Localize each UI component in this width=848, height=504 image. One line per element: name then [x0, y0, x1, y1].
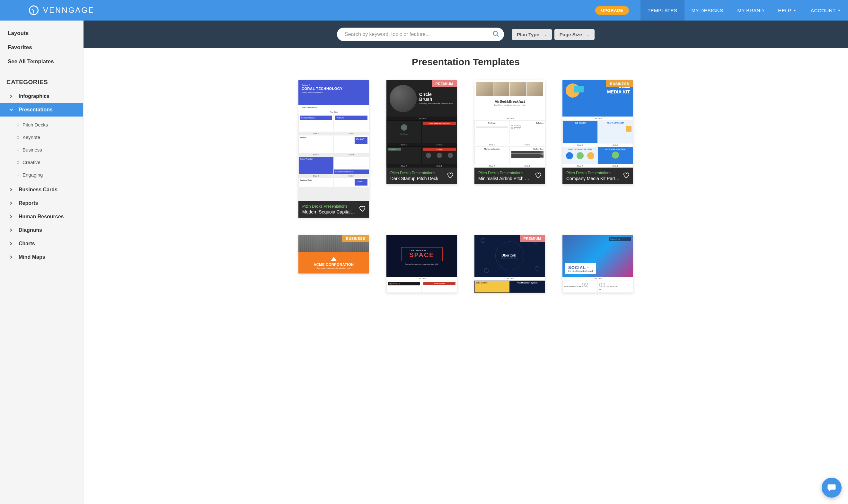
- main-nav: TEMPLATES MY DESIGNS MY BRAND HELP▼ ACCO…: [640, 0, 848, 20]
- chevron-right-icon: [8, 202, 15, 205]
- brand-logo[interactable]: VENNGAGE: [29, 5, 94, 15]
- category-business-cards[interactable]: Business Cards: [0, 183, 83, 196]
- sidebar-layouts[interactable]: Layouts: [0, 26, 83, 40]
- subcat-pitch-decks[interactable]: Pitch Decks: [0, 119, 83, 131]
- heart-icon: [623, 172, 630, 179]
- card-category: Pitch Decks Presentations: [390, 171, 453, 175]
- chevron-down-icon: ⌄: [586, 32, 589, 37]
- svg-point-0: [493, 31, 498, 35]
- heart-icon: [535, 172, 542, 179]
- chevron-right-icon: [8, 255, 15, 259]
- category-charts[interactable]: Charts: [0, 237, 83, 250]
- card-meta: Pitch Decks Presentations Company Media …: [562, 167, 633, 184]
- template-card[interactable]: BUSINESS VENNGAGE2022MEDIA KIT Title Sli…: [562, 80, 633, 184]
- template-thumbnail: VENNGAGE2022MEDIA KIT Title Slide OUR MI…: [562, 80, 633, 167]
- chevron-down-icon: [8, 108, 15, 111]
- chevron-right-icon: [8, 242, 15, 245]
- bullet-icon: [17, 161, 19, 164]
- premium-badge: PREMIUM: [432, 80, 457, 87]
- template-card[interactable]: Zuckerberg's Law SOCIAL -the most Import…: [562, 235, 633, 293]
- template-thumbnail: AirBed&BreakfastBook Rooms with Locals, …: [474, 80, 545, 167]
- upgrade-button[interactable]: UPGRADE: [595, 6, 629, 15]
- template-card[interactable]: THE DREAMSPACESuccessfully serving our o…: [386, 235, 457, 293]
- category-infographics[interactable]: Infographics: [0, 90, 83, 103]
- card-category: Pitch Decks Presentations: [478, 171, 541, 175]
- card-title: Company Media Kit Partner...: [566, 176, 629, 181]
- card-title: Modern Sequoia Capital Pit...: [302, 209, 365, 214]
- card-meta: Pitch Decks Presentations Minimalist Air…: [474, 167, 545, 184]
- category-human-resources[interactable]: Human Resources: [0, 210, 83, 223]
- favorite-button[interactable]: [447, 172, 454, 180]
- chevron-right-icon: [8, 188, 15, 191]
- template-grid: Welcome ToCORAL TECHNOLOGYDriving Digita…: [84, 80, 848, 306]
- nav-help[interactable]: HELP▼: [771, 0, 804, 20]
- app-header: VENNGAGE UPGRADE TEMPLATES MY DESIGNS MY…: [0, 0, 848, 20]
- card-category: Pitch Decks Presentations: [566, 171, 629, 175]
- business-badge: BUSINESS: [606, 80, 633, 87]
- nav-templates[interactable]: TEMPLATES: [640, 0, 685, 20]
- brand-name: VENNGAGE: [43, 6, 94, 15]
- filter-page-size[interactable]: Page Size⌄: [554, 29, 595, 40]
- favorite-button[interactable]: [623, 172, 630, 180]
- search-icon: [492, 31, 499, 38]
- filter-plan-type[interactable]: Plan Type⌄: [512, 29, 552, 40]
- chevron-right-icon: [8, 95, 15, 98]
- chat-widget-button[interactable]: [822, 478, 842, 498]
- category-mind-maps[interactable]: Mind Maps: [0, 250, 83, 264]
- template-thumbnail: Welcome ToCORAL TECHNOLOGYDriving Digita…: [298, 80, 369, 201]
- template-card[interactable]: AirBed&BreakfastBook Rooms with Locals, …: [474, 80, 545, 184]
- nav-account[interactable]: ACCOUNT▼: [804, 0, 848, 20]
- caret-down-icon: ▼: [793, 9, 797, 12]
- card-title: Dark Startup Pitch Deck: [390, 176, 453, 181]
- svg-line-1: [497, 35, 499, 37]
- card-meta: Pitch Decks Presentations Dark Startup P…: [386, 167, 457, 184]
- bullet-icon: [17, 149, 19, 151]
- chevron-right-icon: [8, 229, 15, 232]
- content-area: Plan Type⌄ Page Size⌄ Presentation Templ…: [84, 20, 848, 504]
- favorite-button[interactable]: [359, 205, 366, 214]
- chevron-right-icon: [8, 215, 15, 218]
- card-title: Minimalist Airbnb Pitch Deck: [478, 176, 541, 181]
- search-button[interactable]: [492, 31, 499, 38]
- sidebar: Layouts Favorites See All Templates CATE…: [0, 20, 84, 504]
- nav-my-designs[interactable]: MY DESIGNS: [685, 0, 730, 20]
- nav-my-brand[interactable]: MY BRAND: [730, 0, 771, 20]
- subcat-engaging[interactable]: Engaging: [0, 168, 83, 181]
- sidebar-see-all[interactable]: See All Templates: [0, 55, 83, 69]
- search-input[interactable]: [337, 28, 504, 41]
- heart-icon: [359, 205, 366, 212]
- category-presentations[interactable]: Presentations: [0, 103, 83, 116]
- favorite-button[interactable]: [535, 172, 542, 180]
- bullet-icon: [17, 136, 19, 139]
- categories-heading: CATEGORIES: [0, 70, 83, 90]
- page-title: Presentation Templates: [84, 48, 848, 80]
- subcat-creative[interactable]: Creative: [0, 156, 83, 168]
- business-badge: BUSINESS: [342, 235, 369, 242]
- sidebar-favorites[interactable]: Favorites: [0, 40, 83, 55]
- template-card[interactable]: BUSINESS ACME CORPORATIONConnecting busi…: [298, 235, 369, 273]
- subcat-keynote[interactable]: Keynote: [0, 131, 83, 144]
- chat-icon: [827, 483, 836, 492]
- card-category: Pitch Decks Presentations: [302, 204, 365, 209]
- card-meta: Pitch Decks Presentations Modern Sequoia…: [298, 201, 369, 218]
- heart-icon: [447, 172, 454, 179]
- bullet-icon: [17, 124, 19, 126]
- caret-down-icon: ▼: [838, 9, 841, 12]
- template-card[interactable]: PREMIUM UberCabNext-Generation Car Servi…: [474, 235, 545, 293]
- premium-badge: PREMIUM: [520, 235, 545, 242]
- subcat-business[interactable]: Business: [0, 144, 83, 156]
- chevron-down-icon: ⌄: [544, 32, 547, 37]
- template-thumbnail: CircleBrushConnecting businesses to the …: [386, 80, 457, 167]
- bullet-icon: [17, 174, 19, 176]
- category-diagrams[interactable]: Diagrams: [0, 223, 83, 237]
- clock-logo-icon: [29, 5, 38, 15]
- template-card[interactable]: PREMIUM CircleBrushConnecting businesses…: [386, 80, 457, 184]
- template-thumbnail: Zuckerberg's Law SOCIAL -the most Import…: [562, 235, 633, 293]
- template-thumbnail: UberCabNext-Generation Car Service Title…: [474, 235, 545, 293]
- template-card[interactable]: Welcome ToCORAL TECHNOLOGYDriving Digita…: [298, 80, 369, 218]
- search-filter-bar: Plan Type⌄ Page Size⌄: [84, 20, 848, 48]
- template-thumbnail: THE DREAMSPACESuccessfully serving our o…: [386, 235, 457, 293]
- category-reports[interactable]: Reports: [0, 196, 83, 210]
